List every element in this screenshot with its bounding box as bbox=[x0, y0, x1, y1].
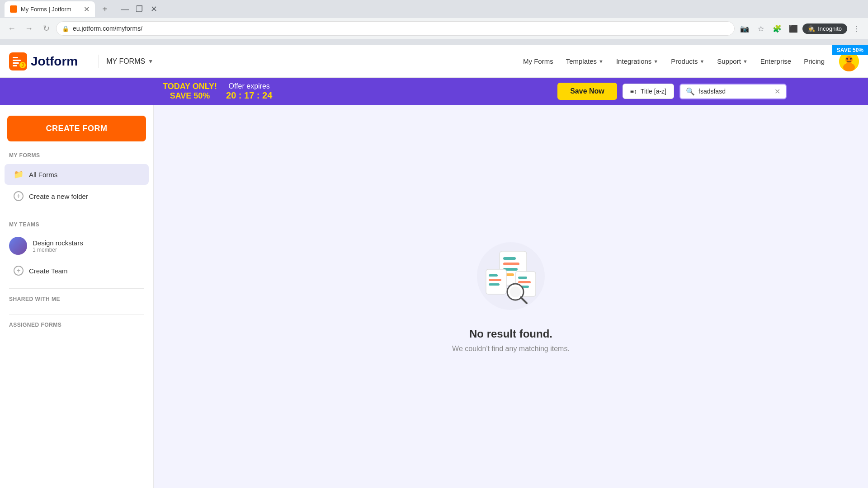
svg-rect-15 bbox=[503, 263, 519, 265]
sidebar-divider-1 bbox=[9, 214, 144, 214]
logo-divider bbox=[99, 55, 99, 68]
nav-enterprise-label: Enterprise bbox=[760, 57, 791, 65]
svg-rect-14 bbox=[503, 257, 516, 260]
maximize-button[interactable]: ❐ bbox=[133, 3, 146, 15]
my-forms-section-label: MY FORMS bbox=[0, 152, 153, 163]
sidebar-item-all-forms[interactable]: 📁 All Forms bbox=[5, 164, 149, 185]
tab-favicon bbox=[10, 5, 17, 13]
browser-chrome: My Forms | Jotform ✕ + — ❐ ✕ ← → ↻ 🔒 eu.… bbox=[0, 0, 868, 45]
svg-point-10 bbox=[846, 58, 848, 60]
app-wrapper: J Jotform MY FORMS ▼ My Forms Templates … bbox=[0, 45, 868, 488]
search-box: 🔍 ✕ bbox=[679, 84, 787, 99]
browser-tab[interactable]: My Forms | Jotform ✕ bbox=[5, 1, 95, 17]
nav-pricing[interactable]: Pricing bbox=[798, 54, 830, 69]
new-tab-button[interactable]: + bbox=[99, 3, 111, 15]
more-options-button[interactable]: ⋮ bbox=[849, 21, 863, 36]
team-name: Design rockstars bbox=[33, 239, 83, 247]
logo-area: J Jotform bbox=[9, 52, 78, 70]
search-icon: 🔍 bbox=[686, 87, 695, 96]
my-forms-nav-label: MY FORMS bbox=[106, 57, 145, 66]
nav-links: My Forms Templates ▼ Integrations ▼ Prod… bbox=[518, 54, 830, 69]
save-now-button[interactable]: Save Now bbox=[557, 83, 617, 100]
svg-rect-19 bbox=[489, 274, 498, 277]
top-nav: J Jotform MY FORMS ▼ My Forms Templates … bbox=[0, 45, 868, 78]
incognito-icon: 🕵️ bbox=[808, 25, 815, 32]
jotform-logo-icon: J bbox=[9, 52, 27, 70]
team-avatar bbox=[9, 237, 27, 255]
nav-my-forms[interactable]: My Forms bbox=[518, 54, 559, 69]
svg-rect-0 bbox=[9, 52, 27, 70]
empty-illustration bbox=[475, 240, 547, 312]
address-bar[interactable]: 🔒 eu.jotform.com/myforms/ bbox=[56, 21, 735, 36]
address-url: eu.jotform.com/myforms/ bbox=[73, 25, 142, 32]
nav-templates[interactable]: Templates ▼ bbox=[561, 54, 609, 69]
promo-banner: TODAY ONLY! SAVE 50% Offer expires 20 : … bbox=[0, 78, 868, 105]
tab-close-icon[interactable]: ✕ bbox=[84, 5, 90, 14]
back-button[interactable]: ← bbox=[5, 21, 19, 36]
svg-point-27 bbox=[510, 286, 521, 297]
folder-icon: 📁 bbox=[14, 169, 24, 179]
promo-right: Save Now ≡↕ Title [a-z] 🔍 ✕ bbox=[557, 83, 787, 100]
nav-actions: 📷 ☆ 🧩 ⬛ 🕵️ Incognito ⋮ bbox=[737, 21, 863, 36]
sort-label: Title [a-z] bbox=[641, 88, 666, 95]
promo-offer-label: Offer expires bbox=[226, 82, 272, 90]
reload-button[interactable]: ↻ bbox=[39, 21, 53, 36]
nav-integrations[interactable]: Integrations ▼ bbox=[611, 54, 664, 69]
team-info: Design rockstars 1 member bbox=[33, 239, 83, 253]
tab-title: My Forms | Jotform bbox=[21, 6, 71, 13]
empty-state-title: No result found. bbox=[452, 328, 570, 340]
sidebar-item-team[interactable]: Design rockstars 1 member bbox=[0, 232, 153, 259]
promo-today-line2: SAVE 50% bbox=[163, 91, 217, 101]
camera-icon[interactable]: 📷 bbox=[737, 21, 752, 36]
save-50-badge: SAVE 50% bbox=[832, 45, 868, 55]
support-chevron-icon: ▼ bbox=[743, 59, 748, 64]
sort-icon: ≡↕ bbox=[630, 88, 637, 95]
search-clear-icon[interactable]: ✕ bbox=[774, 87, 780, 96]
minimize-button[interactable]: — bbox=[118, 3, 131, 15]
sort-button[interactable]: ≡↕ Title [a-z] bbox=[623, 84, 674, 99]
svg-text:J: J bbox=[21, 63, 24, 68]
svg-rect-1 bbox=[13, 57, 18, 58]
create-team-label: Create Team bbox=[29, 267, 68, 275]
my-forms-dropdown-icon: ▼ bbox=[148, 58, 153, 65]
svg-rect-24 bbox=[518, 281, 531, 283]
incognito-badge: 🕵️ Incognito bbox=[802, 23, 847, 34]
assigned-section-label: ASSIGNED FORMS bbox=[0, 322, 153, 333]
svg-rect-20 bbox=[489, 279, 501, 281]
create-form-button[interactable]: CREATE FORM bbox=[7, 116, 146, 141]
nav-support[interactable]: Support ▼ bbox=[712, 54, 753, 69]
products-chevron-icon: ▼ bbox=[699, 59, 704, 64]
logo-text: Jotform bbox=[31, 54, 78, 69]
promo-text: TODAY ONLY! SAVE 50% Offer expires 20 : … bbox=[163, 82, 272, 101]
svg-rect-18 bbox=[486, 269, 506, 294]
my-forms-nav-link[interactable]: MY FORMS ▼ bbox=[106, 57, 153, 66]
browser-nav-bar: ← → ↻ 🔒 eu.jotform.com/myforms/ 📷 ☆ 🧩 ⬛ … bbox=[0, 18, 868, 39]
window-controls: — ❐ ✕ bbox=[118, 3, 160, 15]
browser-title-bar: My Forms | Jotform ✕ + — ❐ ✕ bbox=[0, 0, 868, 18]
shared-section-label: SHARED WITH ME bbox=[0, 296, 153, 307]
all-forms-label: All Forms bbox=[29, 171, 57, 178]
nav-support-label: Support bbox=[717, 57, 741, 65]
sidebar-divider-3 bbox=[9, 314, 144, 314]
nav-pricing-label: Pricing bbox=[804, 57, 825, 65]
promo-today: TODAY ONLY! SAVE 50% bbox=[163, 82, 217, 101]
star-icon[interactable]: ☆ bbox=[754, 21, 768, 36]
create-folder-label: Create a new folder bbox=[29, 192, 88, 200]
forward-button[interactable]: → bbox=[22, 21, 36, 36]
content-area: No result found. We couldn't find any ma… bbox=[154, 105, 868, 488]
sidebar-item-create-team[interactable]: + Create Team bbox=[5, 260, 149, 281]
profile-icon[interactable]: ⬛ bbox=[786, 21, 801, 36]
nav-enterprise[interactable]: Enterprise bbox=[755, 54, 797, 69]
sidebar-item-create-folder[interactable]: + Create a new folder bbox=[5, 186, 149, 206]
save-50-label: SAVE 50% bbox=[837, 47, 863, 53]
sidebar: CREATE FORM MY FORMS 📁 All Forms + Creat… bbox=[0, 105, 154, 488]
svg-point-11 bbox=[850, 58, 852, 60]
svg-rect-2 bbox=[13, 60, 21, 61]
extensions-icon[interactable]: 🧩 bbox=[770, 21, 784, 36]
my-teams-section-label: MY TEAMS bbox=[0, 221, 153, 232]
svg-rect-3 bbox=[13, 62, 19, 64]
search-input[interactable] bbox=[698, 88, 771, 95]
close-button[interactable]: ✕ bbox=[147, 3, 160, 15]
nav-products[interactable]: Products ▼ bbox=[665, 54, 710, 69]
templates-chevron-icon: ▼ bbox=[599, 59, 604, 64]
